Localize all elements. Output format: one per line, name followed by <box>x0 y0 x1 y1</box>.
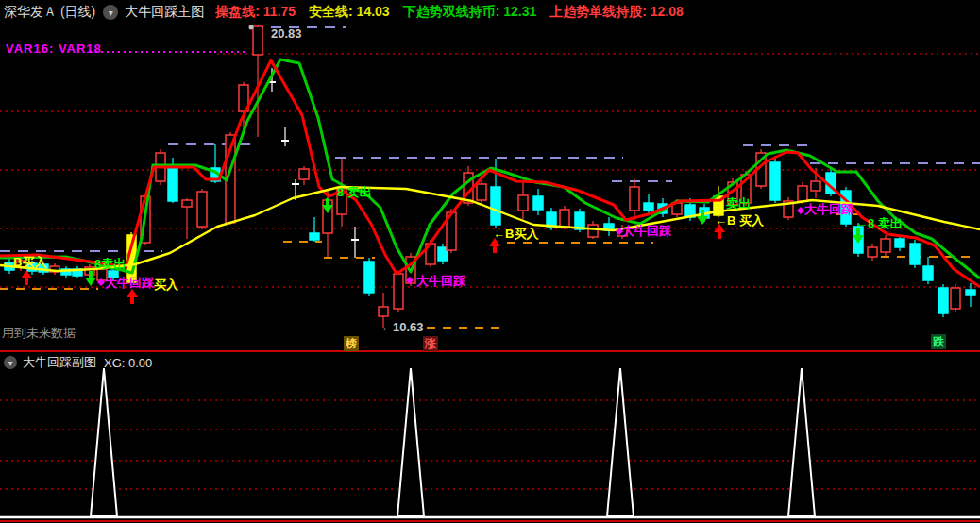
sub-panel-layer <box>0 351 980 521</box>
signal-dot-icon <box>797 207 804 214</box>
main-indicator-name: 大牛回踩主图 <box>125 4 204 21</box>
stock-name: 深华发Ａ (日线) <box>4 4 95 21</box>
collapse-sub-chart-icon[interactable]: ▾ <box>4 356 17 369</box>
future-data-watermark: 用到未来数据 <box>2 325 76 342</box>
xg-signal-spike <box>397 368 424 516</box>
indicator-field: 上趋势单线持股: 12.08 <box>549 4 684 19</box>
buy-arrow-icon <box>714 224 725 239</box>
buy-arrow-icon <box>127 289 138 304</box>
chevron-down-icon: ▾ <box>109 8 113 18</box>
title-bar: 深华发Ａ (日线) ▾ 大牛回踩主图 操盘线: 11.75安全线: 14.03下… <box>0 0 980 25</box>
xg-value: XG: 0.00 <box>104 356 152 370</box>
buy-arrow-icon <box>21 270 32 285</box>
sub-indicator-name: 大牛回踩副图 <box>23 354 96 371</box>
indicator-field: 下趋势双线持币: 12.31 <box>403 4 537 19</box>
xg-signal-spike <box>788 368 815 516</box>
chevron-down-icon: ▾ <box>8 358 12 368</box>
indicator-field: 安全线: 14.03 <box>309 4 390 19</box>
collapse-main-chart-icon[interactable]: ▾ <box>103 5 118 20</box>
xg-signal-spike <box>607 368 634 516</box>
buy-arrow-icon <box>489 238 500 253</box>
trading-app-window: ←B买入8卖出大牛回踩买入20.83←8 卖出←10.63大牛回踩←B买入大牛回… <box>0 0 980 523</box>
indicator-values: 操盘线: 11.75安全线: 14.03下趋势双线持币: 12.31上趋势单线持… <box>215 4 697 21</box>
high-marker-icon <box>249 25 254 30</box>
xg-signal-spike <box>91 368 117 516</box>
chart-canvas <box>0 0 980 523</box>
sub-panel-header: ▾ 大牛回踩副图 XG: 0.00 <box>0 355 152 370</box>
indicator-field: 操盘线: 11.75 <box>215 4 296 19</box>
var-label: VAR16: VAR18 <box>6 42 102 56</box>
